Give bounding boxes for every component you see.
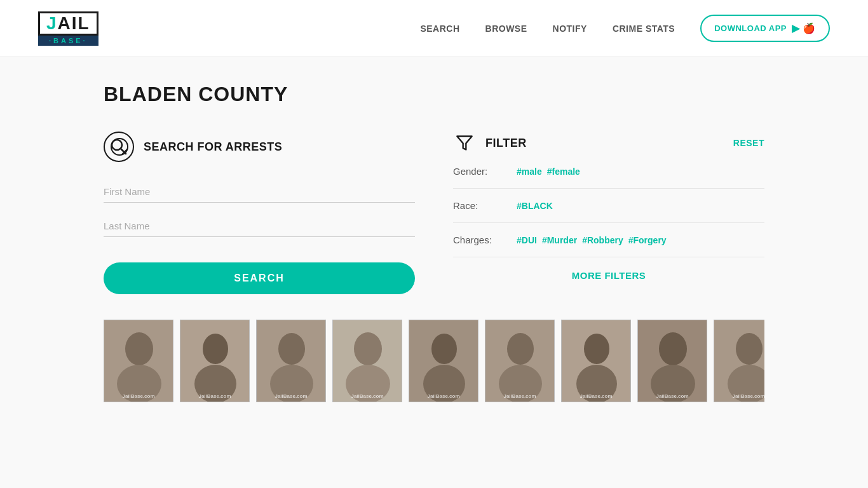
gender-filter-row: Gender: #male #female bbox=[453, 154, 764, 189]
mugshot-placeholder-6: JailBase.com bbox=[485, 320, 554, 402]
race-tags: #BLACK bbox=[517, 201, 553, 211]
search-button[interactable]: SEARCH bbox=[104, 262, 415, 294]
search-header: SEARCH FOR ARRESTS bbox=[104, 132, 415, 162]
charges-filter-row: Charges: #DUI #Murder #Robbery #Forgery bbox=[453, 223, 764, 257]
mugshot-svg-6 bbox=[485, 320, 555, 402]
filter-header-left: FILTER bbox=[453, 132, 527, 154]
nav-search[interactable]: SEARCH bbox=[420, 24, 459, 34]
mugshot-1[interactable]: JailBase.com bbox=[104, 320, 173, 402]
mugshot-5[interactable]: JailBase.com bbox=[409, 320, 478, 402]
nav-crime-stats[interactable]: CRIME STATS bbox=[613, 24, 675, 34]
gender-tags: #male #female bbox=[517, 166, 580, 177]
race-filter-row: Race: #BLACK bbox=[453, 189, 764, 223]
logo-base-text: ·BASE· bbox=[38, 36, 98, 46]
first-name-group bbox=[104, 181, 415, 203]
mugshot-watermark-9: JailBase.com bbox=[732, 393, 764, 399]
mugshot-watermark-2: JailBase.com bbox=[198, 393, 231, 399]
svg-point-7 bbox=[203, 334, 228, 364]
search-panel: SEARCH FOR ARRESTS SEARCH bbox=[104, 132, 415, 294]
nav-browse[interactable]: BROWSE bbox=[485, 24, 527, 34]
filter-header: FILTER RESET bbox=[453, 132, 764, 154]
mugshot-watermark-6: JailBase.com bbox=[503, 393, 536, 399]
mugshot-placeholder-3: JailBase.com bbox=[257, 320, 325, 402]
charges-tag-robbery[interactable]: #Robbery bbox=[582, 235, 623, 245]
svg-point-10 bbox=[278, 333, 305, 365]
filter-section-title: FILTER bbox=[485, 137, 527, 150]
mugshot-placeholder-9: JailBase.com bbox=[714, 320, 764, 402]
filter-panel: FILTER RESET Gender: #male #female Race:… bbox=[453, 132, 764, 294]
mugshot-svg-8 bbox=[638, 320, 707, 402]
gender-label: Gender: bbox=[453, 166, 504, 177]
mugshot-9[interactable]: JailBase.com bbox=[714, 320, 764, 402]
svg-point-0 bbox=[112, 140, 122, 150]
charges-label: Charges: bbox=[453, 234, 504, 245]
race-tag-black[interactable]: #BLACK bbox=[517, 201, 553, 211]
mugshot-watermark-8: JailBase.com bbox=[656, 393, 688, 399]
site-header: JAIL ·BASE· SEARCH BROWSE NOTIFY CRIME S… bbox=[0, 0, 868, 57]
mugshot-7[interactable]: JailBase.com bbox=[561, 320, 631, 402]
mugshots-row: JailBase.com JailBase.com JailBase bbox=[104, 320, 764, 402]
page-title: BLADEN COUNTY bbox=[104, 83, 764, 106]
gender-tag-male[interactable]: #male bbox=[517, 166, 542, 177]
charges-tag-dui[interactable]: #DUI bbox=[517, 235, 537, 245]
svg-point-22 bbox=[584, 334, 609, 364]
svg-point-19 bbox=[507, 333, 534, 365]
main-content: BLADEN COUNTY SEARCH FOR ARRESTS SEARCH bbox=[65, 57, 803, 428]
svg-point-16 bbox=[431, 334, 457, 364]
mugshot-svg-9 bbox=[714, 320, 764, 402]
mugshot-3[interactable]: JailBase.com bbox=[256, 320, 326, 402]
download-app-label: DOWNLOAD APP bbox=[714, 24, 787, 33]
mugshot-watermark-3: JailBase.com bbox=[275, 393, 307, 399]
mugshot-svg-2 bbox=[180, 320, 250, 402]
mugshot-watermark-4: JailBase.com bbox=[351, 393, 383, 399]
logo-j: J bbox=[46, 13, 58, 33]
main-nav: SEARCH BROWSE NOTIFY CRIME STATS DOWNLOA… bbox=[420, 15, 830, 42]
charges-tag-murder[interactable]: #Murder bbox=[542, 235, 577, 245]
download-icons: ▶ 🍎 bbox=[792, 22, 816, 34]
mugshot-4[interactable]: JailBase.com bbox=[332, 320, 402, 402]
download-app-button[interactable]: DOWNLOAD APP ▶ 🍎 bbox=[700, 15, 830, 42]
search-section-title: SEARCH FOR ARRESTS bbox=[144, 140, 282, 154]
search-filter-area: SEARCH FOR ARRESTS SEARCH FILTER bbox=[104, 132, 764, 294]
charges-tag-forgery[interactable]: #Forgery bbox=[628, 235, 667, 245]
charges-tags: #DUI #Murder #Robbery #Forgery bbox=[517, 235, 667, 245]
svg-line-1 bbox=[121, 149, 126, 154]
mugshot-svg-3 bbox=[257, 320, 326, 402]
mugshot-svg-7 bbox=[562, 320, 631, 402]
gender-tag-female[interactable]: #female bbox=[547, 166, 580, 177]
logo[interactable]: JAIL ·BASE· bbox=[38, 11, 98, 46]
mugshot-svg-5 bbox=[409, 320, 478, 402]
last-name-group bbox=[104, 215, 415, 237]
svg-point-4 bbox=[125, 332, 153, 365]
logo-jail-text: JAIL bbox=[38, 11, 98, 36]
search-icon bbox=[104, 132, 134, 162]
first-name-input[interactable] bbox=[104, 181, 415, 203]
mugshot-svg-4 bbox=[333, 320, 402, 402]
mugshot-watermark-1: JailBase.com bbox=[122, 393, 154, 399]
mugshot-placeholder-5: JailBase.com bbox=[409, 320, 478, 402]
nav-notify[interactable]: NOTIFY bbox=[553, 24, 587, 34]
mugshot-watermark-5: JailBase.com bbox=[427, 393, 459, 399]
mugshot-svg-1 bbox=[104, 320, 173, 402]
mugshot-placeholder-1: JailBase.com bbox=[104, 320, 173, 402]
search-svg-icon bbox=[110, 138, 128, 156]
mugshot-placeholder-8: JailBase.com bbox=[638, 320, 707, 402]
mugshot-watermark-7: JailBase.com bbox=[580, 393, 612, 399]
mugshot-6[interactable]: JailBase.com bbox=[485, 320, 555, 402]
more-filters-button[interactable]: MORE FILTERS bbox=[453, 270, 764, 281]
mugshot-8[interactable]: JailBase.com bbox=[637, 320, 707, 402]
svg-point-28 bbox=[736, 333, 763, 365]
svg-point-25 bbox=[659, 332, 687, 365]
last-name-input[interactable] bbox=[104, 215, 415, 237]
mugshot-placeholder-2: JailBase.com bbox=[180, 320, 249, 402]
mugshot-2[interactable]: JailBase.com bbox=[180, 320, 250, 402]
funnel-svg-icon bbox=[456, 134, 473, 152]
svg-marker-2 bbox=[457, 137, 471, 150]
mugshot-placeholder-7: JailBase.com bbox=[562, 320, 630, 402]
reset-button[interactable]: RESET bbox=[733, 138, 764, 148]
filter-icon bbox=[453, 132, 476, 154]
svg-point-13 bbox=[354, 332, 382, 365]
mugshot-placeholder-4: JailBase.com bbox=[333, 320, 402, 402]
race-label: Race: bbox=[453, 200, 504, 211]
